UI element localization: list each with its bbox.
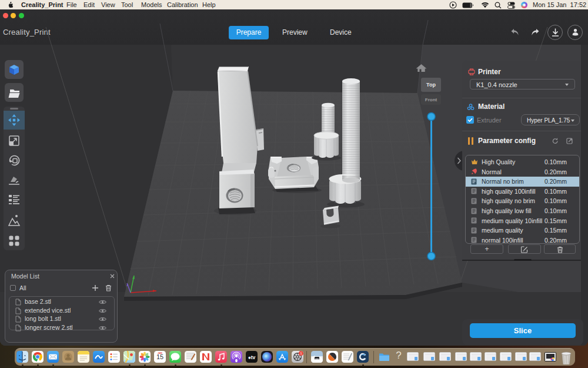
svg-text:Front: Front [425, 97, 437, 102]
svg-text:●tv: ●tv [248, 354, 256, 360]
svg-text:Top: Top [426, 82, 436, 88]
